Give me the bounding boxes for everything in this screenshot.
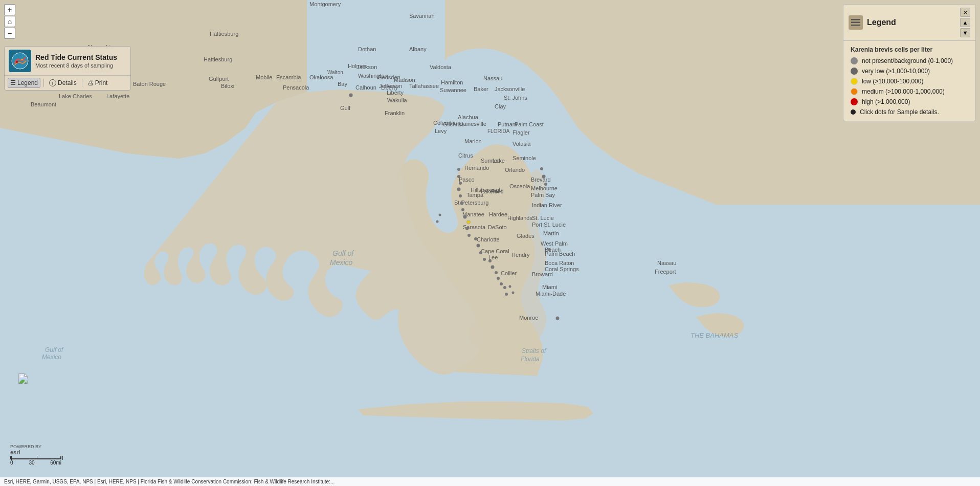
legend-dot-low xyxy=(851,78,858,85)
svg-text:Hillsborough: Hillsborough xyxy=(471,187,502,193)
legend-label-low: low (>10,000-100,000) xyxy=(862,78,923,85)
svg-text:Charlotte: Charlotte xyxy=(477,236,500,242)
sample-dot[interactable] xyxy=(556,317,560,320)
legend-collapse-button[interactable]: ▼ xyxy=(960,28,970,37)
sample-dot[interactable] xyxy=(497,277,500,280)
legend-item-medium: medium (>100,000-1,000,000) xyxy=(851,88,968,95)
svg-text:Palm Bay: Palm Bay xyxy=(531,192,555,198)
legend-item-high: high (>1,000,000) xyxy=(851,98,968,105)
svg-text:Osceola: Osceola xyxy=(509,183,530,189)
legend-dot-very-low xyxy=(851,68,858,75)
svg-text:Dothan: Dothan xyxy=(358,46,376,52)
sample-dot[interactable] xyxy=(483,258,486,261)
attribution-bar: Esri, HERE, Garmin, USGS, EPA, NPS | Esr… xyxy=(0,477,980,486)
svg-rect-108 xyxy=(851,22,860,24)
svg-text:Levy: Levy xyxy=(435,128,447,134)
sample-dot[interactable] xyxy=(459,182,462,185)
widget-toolbar: ☰ Legend i Details 🖨 Print xyxy=(5,76,130,90)
sample-dot[interactable] xyxy=(439,214,441,216)
sample-dot[interactable] xyxy=(503,286,506,289)
svg-text:Mobile: Mobile xyxy=(256,74,272,80)
svg-text:Tallahassee: Tallahassee xyxy=(409,83,439,89)
svg-text:Baton Rouge: Baton Rouge xyxy=(133,81,166,87)
sample-dot[interactable] xyxy=(467,234,471,237)
sample-dot[interactable] xyxy=(495,271,498,274)
svg-text:Hamilton: Hamilton xyxy=(441,79,463,85)
svg-text:DeSoto: DeSoto xyxy=(488,224,507,230)
scale-bar-inner: 0 30 60mi xyxy=(10,456,61,466)
sample-dot[interactable] xyxy=(465,227,469,230)
svg-text:Savannah: Savannah xyxy=(409,13,435,19)
sample-dot[interactable] xyxy=(461,208,464,211)
svg-text:Gilchrist: Gilchrist xyxy=(443,121,463,127)
legend-icon: ☰ xyxy=(10,79,16,86)
sample-dot[interactable] xyxy=(457,188,461,191)
svg-text:Nassau: Nassau xyxy=(657,260,676,266)
legend-scale-title: Karenia brevis cells per liter xyxy=(851,46,968,53)
legend-dot-click xyxy=(851,109,856,115)
svg-text:Gulf of: Gulf of xyxy=(332,249,354,257)
legend-label-not-present: not present/background (0-1,000) xyxy=(862,57,953,64)
svg-text:Lake Charles: Lake Charles xyxy=(59,93,92,99)
widget-header: Red Tide Current Status Most recent 8 da… xyxy=(5,47,130,76)
legend-label-high: high (>1,000,000) xyxy=(862,98,910,105)
sample-dot[interactable] xyxy=(474,237,477,240)
legend-item-not-present: not present/background (0-1,000) xyxy=(851,57,968,64)
sample-dot[interactable] xyxy=(505,293,508,296)
sample-dot[interactable] xyxy=(509,285,511,288)
sample-dot[interactable] xyxy=(488,259,492,262)
sample-dot[interactable] xyxy=(457,175,460,178)
sample-dot[interactable] xyxy=(349,94,353,97)
legend-minimize-button[interactable]: ✕ xyxy=(960,8,970,17)
svg-text:Cape Coral: Cape Coral xyxy=(481,248,509,254)
details-tab-button[interactable]: i Details xyxy=(47,78,79,87)
sample-dot[interactable] xyxy=(436,220,439,223)
svg-text:Melbourne: Melbourne xyxy=(531,185,558,191)
scale-label-60: 60mi xyxy=(50,460,61,466)
sample-dot[interactable] xyxy=(500,282,503,285)
svg-text:Franklin: Franklin xyxy=(385,110,405,116)
print-button[interactable]: 🖨 Print xyxy=(85,78,110,87)
sample-dot[interactable] xyxy=(477,244,480,248)
sample-dot[interactable] xyxy=(512,292,515,294)
svg-text:Port St. Lucie: Port St. Lucie xyxy=(532,222,566,228)
svg-text:Monroe: Monroe xyxy=(519,315,538,321)
svg-text:Flagler: Flagler xyxy=(513,129,530,136)
app-widget: Red Tide Current Status Most recent 8 da… xyxy=(4,46,131,91)
svg-text:Jacksonville: Jacksonville xyxy=(495,86,525,92)
svg-text:FLORIDA: FLORIDA xyxy=(487,128,510,134)
svg-text:Orlando: Orlando xyxy=(505,167,525,173)
map-container[interactable]: Gulf of Mexico Gulf of Mexico Straits of… xyxy=(0,0,980,486)
svg-text:Citrus: Citrus xyxy=(458,152,473,159)
legend-click-hint-row: Click dots for Sample details. xyxy=(851,108,968,116)
svg-text:Boca Raton: Boca Raton xyxy=(545,260,574,266)
sample-dot[interactable] xyxy=(544,183,547,186)
svg-point-104 xyxy=(16,61,18,63)
legend-expand-button[interactable]: ▲ xyxy=(960,18,970,27)
svg-text:Lafayette: Lafayette xyxy=(106,93,129,99)
sample-dot[interactable] xyxy=(463,215,467,219)
map-zoom-in[interactable]: + xyxy=(4,4,15,15)
sample-dot[interactable] xyxy=(460,202,464,205)
scale-label-30: 30 xyxy=(29,460,34,466)
sample-dot[interactable] xyxy=(466,220,471,224)
map-zoom-out[interactable]: − xyxy=(4,28,15,39)
svg-text:Liberty: Liberty xyxy=(387,90,404,96)
sample-dot[interactable] xyxy=(457,168,460,171)
svg-text:Wakulla: Wakulla xyxy=(387,97,408,103)
sample-dot[interactable] xyxy=(548,248,551,251)
svg-text:Beaumont: Beaumont xyxy=(31,101,56,107)
scale-label-0: 0 xyxy=(10,460,13,466)
sample-dot[interactable] xyxy=(542,175,546,179)
sample-dot[interactable] xyxy=(459,194,462,197)
toolbar-divider-1 xyxy=(43,79,44,87)
legend-body: Karenia brevis cells per liter not prese… xyxy=(843,41,975,121)
legend-dot-high xyxy=(851,98,858,105)
legend-tab-button[interactable]: ☰ Legend xyxy=(8,78,40,88)
map-zoom-home[interactable]: ⌂ xyxy=(4,16,15,27)
sample-dot[interactable] xyxy=(491,266,495,269)
powered-by-esri: POWERED BYesri xyxy=(10,444,61,455)
sample-dot[interactable] xyxy=(479,251,482,254)
sample-dot[interactable] xyxy=(540,167,543,170)
details-tab-label: Details xyxy=(58,79,77,86)
